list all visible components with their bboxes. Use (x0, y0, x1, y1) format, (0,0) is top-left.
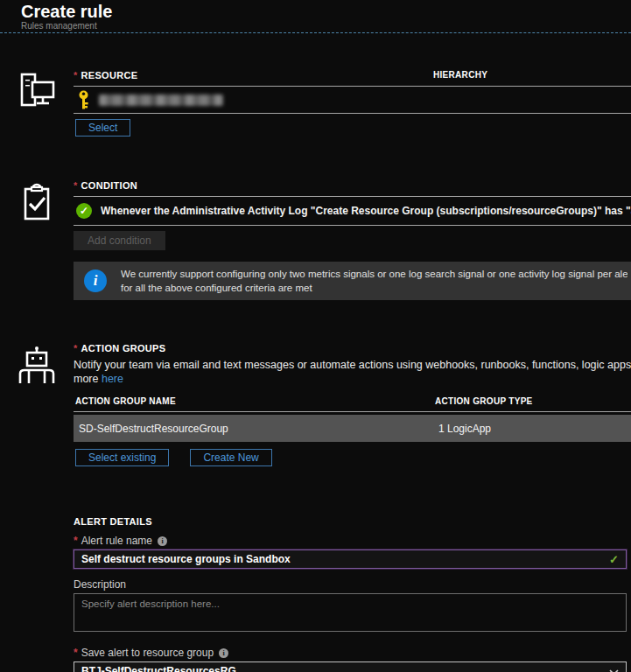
resource-header-row: *RESOURCE HIERARCHY (74, 70, 631, 87)
alert-rule-name-label: * Alert rule name i (74, 535, 631, 547)
action-groups-label: *ACTION GROUPS (74, 343, 631, 354)
hierarchy-column-header: HIERARCHY (433, 70, 631, 81)
info-icon: i (84, 270, 107, 292)
clipboard-check-icon (18, 182, 55, 228)
key-icon (77, 90, 90, 109)
table-row[interactable]: SD-SelfDestructResourceGroup 1 LogicApp (74, 415, 631, 442)
robot-icon (16, 345, 58, 390)
resource-group-label: * Save alert to resource group i (74, 647, 631, 659)
condition-section: *CONDITION ✓ Whenever the Administrative… (0, 180, 631, 300)
action-groups-section: *ACTION GROUPS Notify your team via emai… (0, 343, 631, 466)
info-text-line2: for all the above configured criteria ar… (121, 281, 627, 295)
add-condition-button[interactable]: Add condition (74, 231, 165, 250)
page-title: Create rule (21, 3, 631, 20)
resource-section: *RESOURCE HIERARCHY Select (0, 70, 631, 136)
select-resource-button[interactable]: Select (75, 119, 130, 136)
column-header-action-group-type: ACTION GROUP TYPE (435, 396, 631, 406)
computer-icon (17, 72, 57, 114)
page-header: Create rule Rules management (0, 0, 631, 31)
create-new-button[interactable]: Create New (190, 449, 271, 466)
learn-more-link[interactable]: here (102, 373, 123, 385)
info-text-line1: We currently support configuring only tw… (121, 267, 627, 281)
action-groups-description: Notify your team via email and text mess… (74, 358, 631, 372)
condition-row[interactable]: ✓ Whenever the Administrative Activity L… (74, 197, 631, 226)
action-group-name-cell: SD-SelfDestructResourceGroup (79, 423, 438, 435)
page-subtitle: Rules management (21, 22, 631, 31)
info-icon[interactable]: i (219, 648, 228, 658)
alert-rule-name-input[interactable] (81, 553, 604, 565)
resource-group-dropdown[interactable]: BTJ-SelfDestructResourcesRG (74, 662, 627, 672)
resource-group-value: BTJ-SelfDestructResourcesRG (81, 665, 236, 672)
action-groups-description-line2: more here (74, 372, 631, 386)
resource-label: *RESOURCE (74, 70, 433, 81)
check-circle-icon: ✓ (76, 203, 92, 219)
header-separator (0, 32, 631, 33)
condition-text: Whenever the Administrative Activity Log… (101, 205, 631, 217)
alert-details-section: ALERT DETAILS * Alert rule name i ✓ Desc… (0, 516, 631, 672)
selected-resource-row[interactable] (74, 87, 631, 114)
condition-header-row: *CONDITION (74, 180, 631, 197)
action-groups-table: ACTION GROUP NAME ACTION GROUP TYPE SD-S… (74, 396, 631, 442)
green-check-icon: ✓ (609, 553, 619, 566)
action-group-type-cell: 1 LogicApp (438, 423, 631, 435)
description-textarea[interactable] (74, 593, 627, 632)
select-existing-button[interactable]: Select existing (75, 449, 169, 466)
chevron-down-icon (609, 663, 619, 672)
info-banner: i We currently support configuring only … (74, 262, 631, 300)
resource-name-redacted (99, 94, 223, 106)
info-icon[interactable]: i (158, 536, 167, 546)
alert-details-label: ALERT DETAILS (74, 516, 631, 528)
description-label: Description (74, 578, 631, 591)
alert-rule-name-field-wrap: ✓ (74, 550, 627, 569)
condition-label: *CONDITION (74, 180, 433, 192)
column-header-action-group-name: ACTION GROUP NAME (75, 396, 435, 406)
